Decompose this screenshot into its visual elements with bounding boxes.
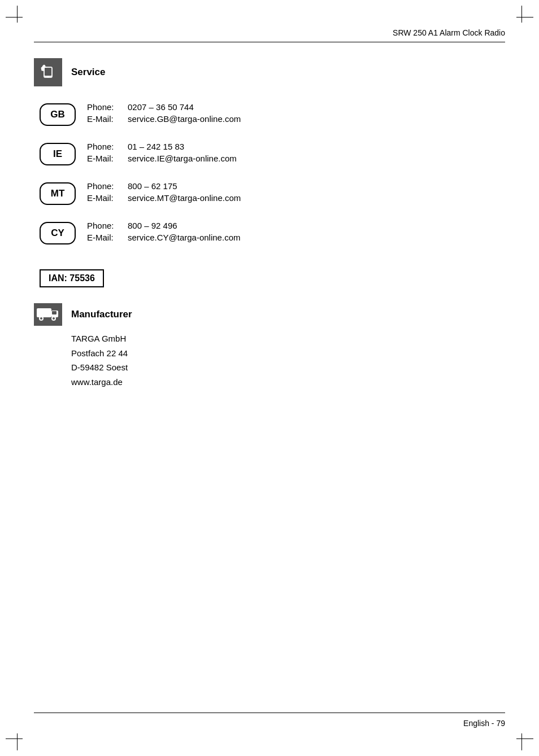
manufacturer-line-2: D-59482 Soest — [71, 360, 505, 375]
phone-row-cy: Phone: 800 – 92 496 — [87, 221, 240, 230]
manufacturer-line-3: www.targa.de — [71, 375, 505, 390]
manufacturer-title: Manufacturer — [71, 309, 132, 320]
svg-rect-1 — [45, 68, 51, 76]
email-label-cy: E-Mail: — [87, 233, 121, 242]
svg-rect-3 — [37, 308, 51, 317]
email-value-cy: service.CY@targa-online.com — [128, 233, 240, 242]
corner-mark-bl-v — [17, 733, 18, 750]
corner-mark-br-h — [516, 738, 533, 739]
phone-value-gb: 0207 – 36 50 744 — [128, 102, 194, 112]
country-code-mt: MT — [51, 188, 65, 199]
country-details-cy: Phone: 800 – 92 496 E-Mail: service.CY@t… — [87, 221, 240, 242]
svg-point-9 — [53, 317, 55, 320]
country-code-gb: GB — [50, 109, 65, 120]
email-value-ie: service.IE@targa-online.com — [128, 154, 237, 163]
phone-value-ie: 01 – 242 15 83 — [128, 142, 184, 151]
phone-row-gb: Phone: 0207 – 36 50 744 — [87, 102, 241, 112]
svg-point-7 — [40, 317, 42, 320]
country-block-cy: CY Phone: 800 – 92 496 E-Mail: service.C… — [34, 221, 505, 244]
country-code-cy: CY — [51, 228, 64, 239]
phone-row-mt: Phone: 800 – 62 175 — [87, 181, 241, 191]
phone-value-cy: 800 – 92 496 — [128, 221, 177, 230]
corner-mark-tr-v — [521, 6, 522, 23]
page-container: SRW 250 A1 Alarm Clock Radio Service GB — [0, 0, 539, 756]
footer-text: English - 79 — [463, 719, 505, 728]
corner-mark-bl-h — [6, 738, 23, 739]
email-label-ie: E-Mail: — [87, 154, 121, 163]
country-block-gb: GB Phone: 0207 – 36 50 744 E-Mail: servi… — [34, 102, 505, 126]
page-footer: English - 79 — [34, 713, 505, 728]
phone-icon — [34, 58, 62, 86]
phone-value-mt: 800 – 62 175 — [128, 181, 177, 191]
manufacturer-header: Manufacturer — [34, 303, 505, 326]
service-title: Service — [71, 67, 106, 78]
country-details-mt: Phone: 800 – 62 175 E-Mail: service.MT@t… — [87, 181, 241, 203]
email-row-mt: E-Mail: service.MT@targa-online.com — [87, 193, 241, 203]
phone-label-mt: Phone: — [87, 181, 121, 191]
country-badge-cy: CY — [40, 222, 76, 244]
country-details-gb: Phone: 0207 – 36 50 744 E-Mail: service.… — [87, 102, 241, 124]
corner-mark-tr-h — [516, 17, 533, 18]
email-label-gb: E-Mail: — [87, 114, 121, 124]
manufacturer-line-0: TARGA GmbH — [71, 331, 505, 346]
truck-icon — [34, 303, 62, 326]
country-badge-gb: GB — [40, 103, 76, 126]
phone-label-gb: Phone: — [87, 102, 121, 112]
ian-label: IAN: 75536 — [49, 273, 95, 283]
corner-mark-tl-h — [6, 17, 23, 18]
country-code-ie: IE — [53, 148, 62, 160]
svg-rect-5 — [52, 311, 56, 314]
svg-point-2 — [47, 76, 49, 78]
manufacturer-line-1: Postfach 22 44 — [71, 346, 505, 361]
phone-label-cy: Phone: — [87, 221, 121, 230]
email-row-cy: E-Mail: service.CY@targa-online.com — [87, 233, 240, 242]
country-badge-ie: IE — [40, 143, 76, 165]
email-row-ie: E-Mail: service.IE@targa-online.com — [87, 154, 237, 163]
manufacturer-details: TARGA GmbH Postfach 22 44 D-59482 Soest … — [34, 331, 505, 389]
header-title: SRW 250 A1 Alarm Clock Radio — [393, 28, 505, 37]
email-value-mt: service.MT@targa-online.com — [128, 193, 241, 203]
country-block-mt: MT Phone: 800 – 62 175 E-Mail: service.M… — [34, 181, 505, 205]
service-section-header: Service — [34, 58, 505, 86]
phone-label-ie: Phone: — [87, 142, 121, 151]
phone-row-ie: Phone: 01 – 242 15 83 — [87, 142, 237, 151]
email-value-gb: service.GB@targa-online.com — [128, 114, 241, 124]
corner-mark-tl-v — [17, 6, 18, 23]
country-details-ie: Phone: 01 – 242 15 83 E-Mail: service.IE… — [87, 142, 237, 163]
country-badge-mt: MT — [40, 182, 76, 205]
ian-box: IAN: 75536 — [40, 269, 104, 287]
corner-mark-br-v — [521, 733, 522, 750]
email-row-gb: E-Mail: service.GB@targa-online.com — [87, 114, 241, 124]
email-label-mt: E-Mail: — [87, 193, 121, 203]
country-block-ie: IE Phone: 01 – 242 15 83 E-Mail: service… — [34, 142, 505, 165]
page-header: SRW 250 A1 Alarm Clock Radio — [34, 28, 505, 42]
